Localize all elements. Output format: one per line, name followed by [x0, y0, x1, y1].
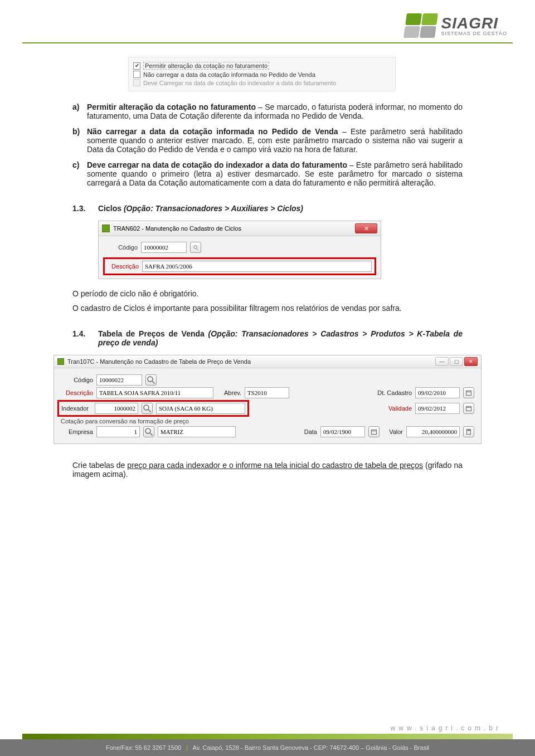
- empresa-cod-input[interactable]: [96, 426, 140, 437]
- checkbox-icon[interactable]: [133, 62, 140, 70]
- calculator-button[interactable]: [463, 426, 474, 437]
- empresa-label: Empresa: [61, 428, 93, 435]
- descricao-label: Descrição: [61, 389, 93, 396]
- calendar-icon: [465, 389, 472, 396]
- calendar-button[interactable]: [368, 426, 380, 437]
- window-titlebar: Tran107C - Manutenção no Cadastro de Tab…: [54, 355, 481, 368]
- item-bold: Não carregar a data da cotação informada…: [87, 127, 338, 136]
- window-tran107c: Tran107C - Manutenção no Cadastro de Tab…: [54, 355, 481, 444]
- section-title: Tabela de Preços de Venda: [98, 329, 208, 338]
- text-underlined: preço para cada indexador e o informe na…: [127, 461, 423, 470]
- lookup-button[interactable]: [145, 374, 157, 386]
- descricao-input[interactable]: [96, 387, 213, 398]
- section-heading-1-3: 1.3. Ciclos (Opção: Transacionadores > A…: [72, 204, 463, 213]
- footer-url: www.siagri.com.br: [0, 725, 535, 734]
- footer-phone: Fone/Fax: 55 62 3267 1500: [106, 744, 181, 751]
- svg-rect-12: [372, 430, 377, 435]
- checkbox-label: Não carregar a data da cotação informada…: [143, 71, 315, 78]
- indexador-cod-input[interactable]: [95, 403, 138, 414]
- lookup-button[interactable]: [142, 403, 153, 414]
- document-content: Permitir alteração da cotação no faturam…: [0, 57, 535, 479]
- search-icon: [144, 427, 154, 437]
- svg-line-11: [150, 433, 153, 436]
- list-item-a: a) Permitir alteração da cotação no fatu…: [72, 103, 463, 120]
- indexador-label: Indexador: [61, 405, 91, 412]
- checkbox-icon: [133, 79, 140, 86]
- checkbox-row-2: Não carregar a data da cotação informada…: [133, 71, 391, 78]
- indexador-desc-input[interactable]: [156, 403, 245, 414]
- svg-point-10: [145, 428, 150, 433]
- footer-info-bar: Fone/Fax: 55 62 3267 1500 | Av. Caiapó, …: [0, 739, 535, 756]
- group-caption: Cotação para conversão na formação de pr…: [61, 418, 474, 425]
- close-button[interactable]: ✕: [464, 357, 478, 366]
- checkbox-icon[interactable]: [133, 71, 140, 78]
- codigo-label: Código: [61, 377, 93, 383]
- item-marker: a): [72, 103, 87, 120]
- brand-tagline: SISTEMAS DE GESTÃO: [441, 31, 507, 36]
- footer-accent-bar: [22, 734, 513, 739]
- indexador-highlight: Indexador: [57, 400, 249, 417]
- search-icon: [193, 245, 199, 251]
- brand-logo: SIAGRI SISTEMAS DE GESTÃO: [405, 13, 507, 38]
- codigo-input[interactable]: [141, 242, 187, 253]
- codigo-label: Código: [106, 244, 138, 251]
- window-titlebar: TRAN602 - Manutenção no Cadastro de Cicl…: [99, 221, 381, 236]
- valor-input[interactable]: [406, 426, 460, 437]
- svg-rect-15: [468, 430, 470, 431]
- item-marker: b): [72, 127, 87, 154]
- header-divider: [22, 42, 513, 43]
- footer-address: Av. Caiapó, 1528 - Bairro Santa Genoveva…: [193, 744, 430, 751]
- window-tran602: TRAN602 - Manutenção no Cadastro de Cicl…: [98, 221, 381, 279]
- svg-point-0: [193, 245, 197, 248]
- maximize-button[interactable]: ▢: [450, 357, 463, 366]
- checkbox-row-3: Deve Carregar na data de cotação do inde…: [133, 79, 391, 86]
- svg-rect-4: [466, 391, 471, 396]
- item-marker: c): [72, 160, 87, 187]
- params-checkbox-panel: Permitir alteração da cotação no faturam…: [128, 57, 396, 91]
- data-input[interactable]: [320, 426, 365, 437]
- calculator-icon: [465, 428, 472, 435]
- validade-label: Validade: [372, 405, 412, 412]
- item-bold: Permitir alteração da cotação no faturam…: [87, 103, 256, 111]
- descricao-input[interactable]: [142, 261, 372, 272]
- section-heading-1-4: 1.4. Tabela de Preços de Venda (Opção: T…: [72, 329, 463, 347]
- validade-input[interactable]: [415, 403, 460, 414]
- abrev-input[interactable]: [245, 387, 289, 398]
- svg-point-6: [144, 405, 149, 410]
- svg-line-1: [196, 248, 198, 250]
- paragraph: Crie tabelas de preço para cada indexado…: [72, 461, 463, 479]
- svg-line-7: [148, 409, 151, 412]
- lookup-button[interactable]: [143, 426, 154, 437]
- page-footer: www.siagri.com.br Fone/Fax: 55 62 3267 1…: [0, 725, 535, 756]
- section-number: 1.4.: [72, 329, 98, 347]
- minimize-button[interactable]: —: [435, 357, 449, 366]
- svg-point-2: [148, 377, 153, 382]
- empresa-desc-input[interactable]: [158, 426, 236, 437]
- codigo-input[interactable]: [96, 374, 142, 386]
- svg-line-3: [152, 381, 155, 384]
- calendar-button[interactable]: [463, 403, 474, 414]
- search-icon: [142, 403, 152, 413]
- page-header: SIAGRI SISTEMAS DE GESTÃO: [0, 0, 535, 42]
- descricao-label: Descrição: [108, 263, 139, 270]
- valor-label: Valor: [383, 428, 403, 435]
- descricao-highlight: Descrição: [103, 257, 376, 275]
- window-title: Tran107C - Manutenção no Cadastro de Tab…: [67, 358, 251, 365]
- window-icon: [57, 358, 64, 365]
- brand-icon: [403, 13, 438, 38]
- dtcadastro-label: Dt. Cadastro: [372, 389, 412, 396]
- list-item-b: b) Não carregar a data da cotação inform…: [72, 127, 463, 154]
- dtcadastro-input[interactable]: [415, 387, 460, 398]
- calendar-icon: [465, 405, 472, 412]
- text: Crie tabelas de: [72, 461, 127, 470]
- abrev-label: Abrev.: [217, 389, 241, 396]
- checkbox-label: Permitir alteração da cotação no faturam…: [143, 62, 269, 70]
- paragraph: O cadastro de Ciclos é importante para p…: [72, 304, 463, 313]
- close-button[interactable]: ✕: [355, 223, 377, 233]
- lookup-button[interactable]: [190, 242, 201, 253]
- window-title: TRAN602 - Manutenção no Cadastro de Cicl…: [113, 225, 241, 232]
- window-icon: [102, 225, 110, 232]
- section-title: Ciclos: [98, 204, 124, 213]
- item-bold: Deve carregar na data de cotação do inde…: [87, 160, 347, 169]
- calendar-button[interactable]: [463, 387, 474, 398]
